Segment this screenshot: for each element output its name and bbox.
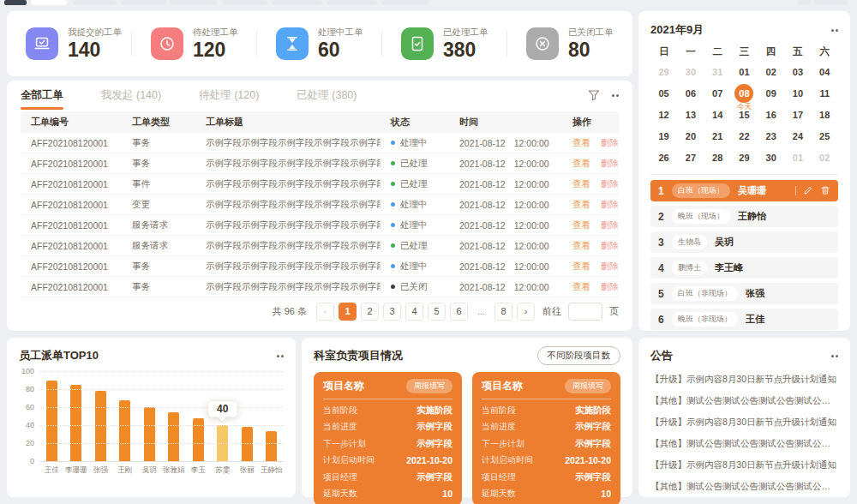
calendar-day[interactable]: 01: [731, 61, 758, 82]
calendar-day[interactable]: 02: [758, 61, 784, 82]
bar[interactable]: [266, 431, 277, 461]
top-tab-stub[interactable]: [122, 0, 166, 5]
top-tab-stub[interactable]: [170, 0, 218, 5]
top-tab-stub[interactable]: [273, 0, 322, 5]
announcement-item[interactable]: 【升级】示例内容8月30日新节点升级计划通知: [650, 417, 838, 429]
top-tab-stub[interactable]: [74, 0, 117, 5]
calendar-day[interactable]: 29: [650, 61, 677, 82]
shift-row[interactable]: 2晚班（现场）王静怡: [650, 206, 838, 227]
shift-row[interactable]: 1白班（现场）吴珊珊: [650, 180, 838, 201]
stage-count-button[interactable]: 不同阶段项目数: [537, 346, 621, 365]
page-button-3[interactable]: 3: [383, 303, 401, 321]
calendar-day[interactable]: 10: [784, 82, 811, 104]
bar[interactable]: [95, 391, 106, 461]
announcement-item[interactable]: 【其他】测试公告测试公告测试公告测试公告测试公告: [650, 481, 838, 493]
delete-link[interactable]: 删除: [601, 240, 619, 252]
announcement-item[interactable]: 【升级】示例内容8月30日新节点升级计划通知: [650, 374, 838, 386]
calendar-day[interactable]: 07: [704, 82, 731, 104]
calendar-day[interactable]: 03: [784, 61, 811, 82]
edit-icon[interactable]: [803, 183, 813, 199]
calendar-day[interactable]: 21: [704, 125, 731, 147]
page-button-4[interactable]: 4: [405, 303, 423, 321]
next-page-button[interactable]: ›: [517, 303, 535, 321]
project-card[interactable]: 项目名称周报填写当前阶段实施阶段当前进度示例字段下一步计划示例字段计划启动时间2…: [314, 372, 462, 504]
calendar-day[interactable]: 05: [650, 82, 677, 104]
bar[interactable]: [70, 385, 81, 461]
view-link[interactable]: 查看: [572, 219, 590, 231]
weekly-report-badge[interactable]: 周报填写: [406, 379, 452, 393]
delete-link[interactable]: 删除: [601, 219, 619, 231]
delete-link[interactable]: 删除: [601, 158, 619, 170]
tab-待处理 (120)[interactable]: 待处理 (120): [199, 81, 259, 110]
bar[interactable]: [144, 407, 155, 461]
calendar-day[interactable]: 12: [650, 104, 677, 125]
filter-icon[interactable]: [588, 89, 600, 101]
announcement-item[interactable]: 【升级】示例内容8月30日新节点升级计划通知: [650, 459, 838, 471]
view-link[interactable]: 查看: [572, 137, 590, 149]
calendar-day[interactable]: 28: [704, 147, 731, 168]
announcement-item[interactable]: 【其他】测试公告测试公告测试公告测试公告测试公告: [650, 395, 838, 407]
calendar-day[interactable]: 31: [704, 61, 731, 82]
more-icon[interactable]: [831, 29, 839, 32]
prev-page-button[interactable]: ‹: [316, 303, 334, 321]
tab-我发起 (140)[interactable]: 我发起 (140): [101, 81, 161, 110]
top-tab-stub[interactable]: [223, 0, 267, 5]
trash-icon[interactable]: [820, 183, 830, 199]
view-link[interactable]: 查看: [572, 158, 590, 170]
calendar-day[interactable]: 14: [704, 104, 731, 125]
calendar-day[interactable]: 19: [650, 125, 677, 147]
calendar-day[interactable]: 11: [812, 82, 838, 104]
shift-row[interactable]: 5白班（非现场）张强: [650, 283, 838, 304]
calendar-day[interactable]: 23: [758, 125, 784, 147]
page-button-1[interactable]: 1: [339, 303, 357, 321]
view-link[interactable]: 查看: [572, 240, 590, 252]
calendar-day[interactable]: 06: [677, 82, 704, 104]
calendar-day[interactable]: 17: [784, 104, 811, 125]
calendar-day[interactable]: 25: [812, 125, 838, 147]
calendar-day[interactable]: 18: [812, 104, 838, 125]
bar[interactable]: [242, 427, 253, 461]
bar[interactable]: [119, 400, 130, 461]
bar[interactable]: [168, 412, 179, 461]
weekly-report-badge[interactable]: 周报填写: [565, 379, 611, 393]
calendar-day[interactable]: 29: [731, 147, 758, 168]
calendar-day[interactable]: 20: [677, 125, 704, 147]
tab-已处理 (380)[interactable]: 已处理 (380): [297, 81, 357, 110]
more-icon[interactable]: [831, 355, 839, 357]
calendar-day[interactable]: 16: [758, 104, 784, 125]
page-button-8[interactable]: 8: [494, 303, 512, 321]
calendar-day[interactable]: 01: [784, 147, 811, 168]
announcement-item[interactable]: 【其他】测试公告测试公告测试公告测试公告测试公告: [650, 438, 838, 450]
calendar-day[interactable]: 30: [677, 61, 704, 82]
bar[interactable]: [46, 381, 57, 462]
view-link[interactable]: 查看: [572, 178, 590, 190]
more-icon[interactable]: [612, 94, 620, 97]
top-tab-stub[interactable]: [327, 0, 377, 5]
page-button-6[interactable]: 6: [450, 303, 468, 321]
top-tab-stub[interactable]: [797, 0, 811, 5]
calendar-day[interactable]: 13: [677, 104, 704, 125]
page-jump-input[interactable]: [568, 303, 602, 321]
calendar-day[interactable]: 09: [758, 82, 784, 104]
calendar-day[interactable]: 30: [758, 147, 784, 168]
view-link[interactable]: 查看: [572, 281, 590, 293]
calendar-day[interactable]: 22: [731, 125, 758, 147]
calendar-day[interactable]: 27: [677, 147, 704, 168]
delete-link[interactable]: 删除: [601, 261, 619, 273]
calendar-day[interactable]: 08今天: [731, 82, 758, 104]
shift-row[interactable]: 3生物岛吴玥: [650, 231, 838, 253]
delete-link[interactable]: 删除: [601, 199, 619, 211]
calendar-day[interactable]: 26: [650, 147, 677, 168]
delete-link[interactable]: 删除: [601, 281, 619, 293]
delete-link[interactable]: 删除: [601, 178, 619, 190]
tab-全部工单[interactable]: 全部工单: [21, 81, 63, 110]
delete-link[interactable]: 删除: [601, 137, 619, 149]
shift-row[interactable]: 6晚班（非现场）王佳: [650, 309, 838, 330]
shift-row[interactable]: 4鹏博士李王峰: [650, 257, 838, 279]
top-tab-stub[interactable]: [814, 0, 848, 5]
calendar-day[interactable]: 02: [812, 147, 838, 168]
top-tab-stub[interactable]: [31, 0, 67, 5]
view-link[interactable]: 查看: [572, 261, 590, 273]
view-link[interactable]: 查看: [572, 199, 590, 211]
more-icon[interactable]: [277, 355, 285, 357]
